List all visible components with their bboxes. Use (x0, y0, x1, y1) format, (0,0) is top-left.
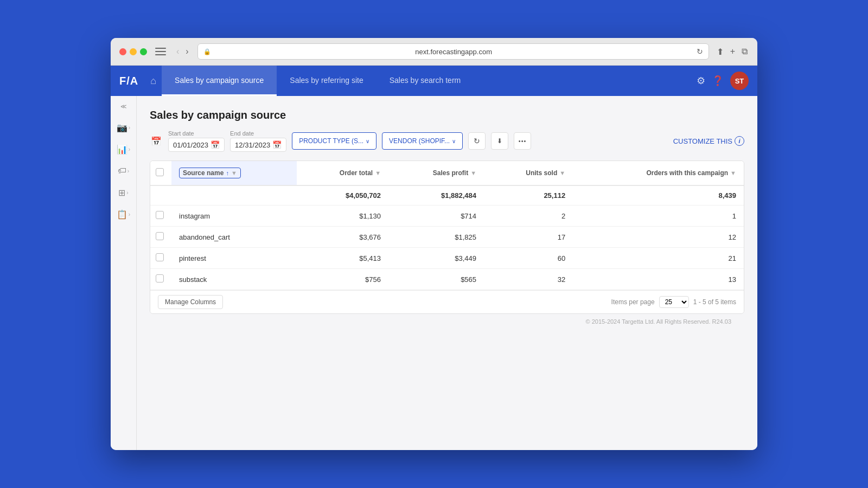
share-button[interactable]: ⬆ (716, 46, 725, 58)
row-0-order-total: $1,130 (297, 206, 389, 227)
sidebar-item-2[interactable]: 📊 › (114, 139, 133, 159)
tab-sales-referring[interactable]: Sales by referring site (277, 66, 376, 96)
th-sales-profit[interactable]: Sales profit ▼ (388, 161, 484, 185)
settings-button[interactable]: ⚙ (697, 75, 705, 87)
row-2-source: pinterest (171, 248, 297, 269)
th-orders[interactable]: Orders with this campaign ▼ (573, 161, 744, 185)
row-3-orders: 13 (573, 269, 744, 290)
items-per-page-select[interactable]: 25 50 100 (659, 296, 689, 308)
row-3-source: substack (171, 269, 297, 290)
vendor-filter[interactable]: VENDOR (SHOPIF... ∨ (382, 132, 463, 150)
th-select-all[interactable] (150, 161, 171, 185)
row-1-source: abandoned_cart (171, 227, 297, 248)
row-3-check-cell[interactable] (150, 269, 171, 290)
row-0-units-sold: 2 (484, 206, 573, 227)
total-sales-profit: $1,882,484 (388, 185, 484, 206)
row-2-units-sold: 60 (484, 248, 573, 269)
tab-sales-search[interactable]: Sales by search term (376, 66, 474, 96)
row-3-units-sold: 32 (484, 269, 573, 290)
customize-label: CUSTOMIZE THIS (673, 137, 732, 145)
product-type-filter[interactable]: PRODUCT TYPE (S... ∨ (292, 132, 376, 150)
footer-note: © 2015-2024 Targetta Ltd. All Rights Res… (150, 314, 744, 329)
vendor-chevron-icon: ∨ (452, 138, 456, 144)
row-1-units-sold: 17 (484, 227, 573, 248)
reload-button[interactable]: ↻ (697, 47, 703, 56)
calendar-icon-button[interactable]: 📅 (150, 135, 163, 147)
refresh-button[interactable]: ↻ (468, 132, 486, 150)
row-1-sales-profit: $1,825 (388, 227, 484, 248)
sidebar-item-3[interactable]: 🏷 › (114, 161, 133, 181)
th-order-total-filter-icon: ▼ (375, 170, 381, 176)
row-0-source: instagram (171, 206, 297, 227)
back-button[interactable]: ‹ (174, 46, 181, 57)
row-1-orders: 12 (573, 227, 744, 248)
start-date-value: 01/01/2023 (173, 141, 208, 149)
help-button[interactable]: ❓ (712, 75, 724, 87)
start-date-field: Start date 01/01/2023 📅 (168, 130, 225, 152)
pagination-text: 1 - 5 of 5 items (693, 298, 736, 306)
total-row-source (171, 185, 297, 206)
row-0-orders: 1 (573, 206, 744, 227)
forward-button[interactable]: › (183, 46, 190, 57)
row-2-check-cell[interactable] (150, 248, 171, 269)
tabs-button[interactable]: ⧉ (741, 46, 749, 57)
close-button[interactable] (119, 48, 126, 55)
more-options-button[interactable]: ••• (514, 132, 531, 150)
top-nav-right: ⚙ ❓ ST (697, 72, 749, 90)
app-logo: F/A (119, 75, 138, 87)
fullscreen-button[interactable] (140, 48, 147, 55)
sidebar-toggle-button[interactable] (154, 47, 168, 56)
row-2-orders: 21 (573, 248, 744, 269)
manage-columns-button[interactable]: Manage Columns (158, 295, 223, 309)
top-nav: F/A ⌂ Sales by campaign source Sales by … (111, 66, 757, 96)
end-date-calendar-icon: 📅 (272, 140, 282, 149)
sidebar-expand-1: › (129, 125, 130, 131)
th-source-name[interactable]: Source name ↑ ▼ (171, 161, 297, 185)
total-units-sold: 25,112 (484, 185, 573, 206)
row-1-checkbox[interactable] (156, 232, 164, 240)
customize-link[interactable]: CUSTOMIZE THIS i (673, 136, 744, 146)
browser-window: ‹ › 🔒 next.forecastingapp.com ↻ ⬆ + ⧉ F/… (111, 38, 757, 450)
total-row-check-cell (150, 185, 171, 206)
url-bar[interactable]: 🔒 next.forecastingapp.com ↻ (197, 43, 709, 60)
row-0-sales-profit: $714 (388, 206, 484, 227)
start-date-label: Start date (168, 130, 225, 137)
sidebar-item-1[interactable]: 📷 › (114, 118, 133, 137)
th-source-sort-icon: ↑ (226, 170, 229, 176)
sidebar-item-5[interactable]: 📋 › (114, 204, 133, 224)
home-button[interactable]: ⌂ (145, 71, 162, 91)
sidebar-icon-1: 📷 (117, 123, 127, 133)
page-content: Sales by campaign source 📅 Start date 01… (137, 96, 757, 450)
start-date-input[interactable]: 01/01/2023 📅 (168, 138, 225, 152)
end-date-label: End date (230, 130, 286, 137)
sidebar-item-4[interactable]: ⊞ › (114, 183, 133, 202)
row-0-check-cell[interactable] (150, 206, 171, 227)
left-sidebar: ≪ 📷 › 📊 › 🏷 › ⊞ › 📋 (111, 96, 137, 450)
nav-tabs: Sales by campaign source Sales by referr… (162, 66, 697, 96)
sidebar-collapse-button[interactable]: ≪ (116, 100, 131, 112)
th-units-sold[interactable]: Units sold ▼ (484, 161, 573, 185)
select-all-checkbox[interactable] (156, 168, 164, 176)
end-date-input[interactable]: 12/31/2023 📅 (230, 138, 286, 152)
minimize-button[interactable] (130, 48, 137, 55)
th-order-total[interactable]: Order total ▼ (297, 161, 389, 185)
table-row: abandoned_cart $3,676 $1,825 17 12 (150, 227, 744, 248)
avatar[interactable]: ST (730, 72, 749, 90)
row-3-checkbox[interactable] (156, 274, 164, 282)
th-sales-profit-label: Sales profit (433, 169, 468, 177)
row-2-checkbox[interactable] (156, 253, 164, 261)
row-1-check-cell[interactable] (150, 227, 171, 248)
row-0-checkbox[interactable] (156, 211, 164, 219)
th-source-label: Source name (183, 169, 224, 177)
row-3-sales-profit: $565 (388, 269, 484, 290)
browser-actions: ⬆ + ⧉ (716, 46, 749, 58)
customize-help-icon: i (735, 136, 744, 146)
data-table: Source name ↑ ▼ Order total (150, 161, 744, 290)
sidebar-icon-5: 📋 (117, 209, 127, 220)
new-tab-button[interactable]: + (729, 46, 736, 57)
tab-sales-campaign[interactable]: Sales by campaign source (162, 66, 277, 96)
data-table-wrap: Source name ↑ ▼ Order total (150, 160, 744, 314)
export-button[interactable]: ⬇ (491, 132, 508, 150)
lock-icon: 🔒 (203, 48, 211, 55)
table-row: instagram $1,130 $714 2 1 (150, 206, 744, 227)
